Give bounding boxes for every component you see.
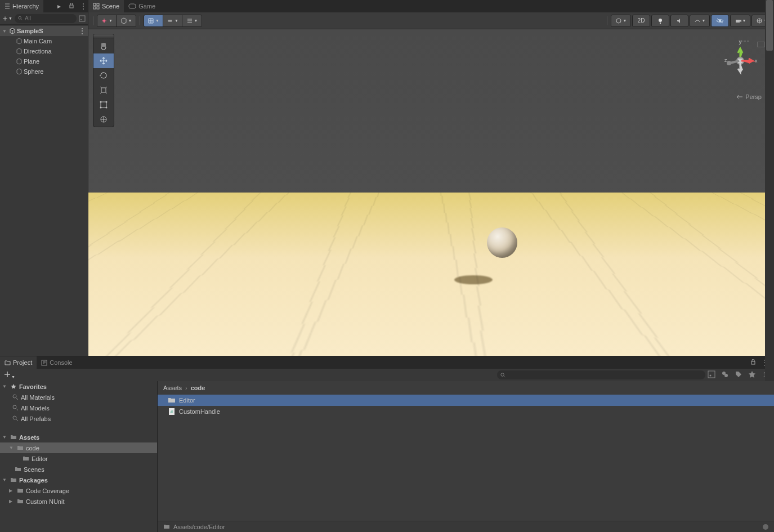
rect-tool-button[interactable]	[93, 97, 114, 112]
packages-folder[interactable]: ▼Packages	[0, 475, 157, 485]
rotate-tool-button[interactable]	[93, 68, 114, 83]
pivot-mode-button[interactable]: ▼	[97, 15, 117, 26]
2d-toggle-button[interactable]: 2D	[633, 15, 650, 26]
gameobject-icon	[16, 58, 23, 65]
project-tree: ▼Favorites All Materials All Models All …	[0, 381, 158, 532]
project-search-input[interactable]	[508, 372, 702, 378]
hierarchy-item[interactable]: Directiona	[0, 46, 88, 56]
svg-point-10	[616, 19, 621, 23]
visibility-toggle-button[interactable]	[712, 15, 728, 26]
svg-point-17	[100, 101, 102, 103]
snap-increment-button[interactable]: ▼	[163, 15, 182, 26]
transform-tool-button[interactable]	[93, 112, 114, 127]
lock-icon[interactable]	[750, 359, 758, 366]
filter-by-type-icon[interactable]	[721, 370, 730, 379]
scene-root[interactable]: ▼ SampleS ⋮	[0, 26, 88, 36]
hierarchy-search[interactable]	[15, 14, 77, 23]
hierarchy-item[interactable]: Sphere	[0, 66, 88, 77]
favorite-item[interactable]: All Prefabs	[0, 413, 157, 424]
grid-snap-button[interactable]: ▼	[144, 15, 163, 26]
breadcrumb-item[interactable]: Assets	[163, 385, 182, 391]
svg-rect-15	[101, 88, 106, 92]
svg-rect-7	[97, 7, 99, 9]
folder-icon	[17, 445, 24, 451]
lock-icon[interactable]	[69, 2, 77, 10]
svg-point-27	[501, 373, 504, 375]
hierarchy-tab[interactable]: Hierarchy	[0, 0, 43, 12]
svg-point-34	[13, 405, 16, 409]
svg-text:#: #	[171, 409, 173, 414]
project-tab[interactable]: Project	[0, 356, 37, 369]
camera-settings-button[interactable]: ▼	[731, 15, 750, 26]
popout-icon[interactable]: ▸	[57, 2, 65, 10]
kebab-icon[interactable]: ⋮	[80, 2, 88, 10]
game-tab-label: Game	[138, 3, 155, 10]
hierarchy-search-input[interactable]	[25, 15, 73, 21]
orientation-gizmo[interactable]: y x z	[718, 38, 763, 83]
project-tab-label: Project	[13, 359, 32, 366]
save-search-icon[interactable]	[748, 370, 757, 379]
svg-point-11	[659, 19, 662, 22]
create-asset-button[interactable]: ▼	[3, 370, 15, 380]
draw-mode-button[interactable]: ▼	[611, 15, 630, 26]
move-tool-button[interactable]	[93, 53, 114, 68]
svg-rect-8	[129, 4, 136, 8]
gameobject-icon	[16, 68, 23, 75]
scene-menu-icon[interactable]: ⋮	[79, 27, 86, 35]
project-icon	[5, 360, 11, 366]
breadcrumb: Assets › code	[158, 381, 774, 395]
audio-toggle-button[interactable]	[671, 15, 688, 26]
editor-folder[interactable]: Editor	[0, 453, 157, 464]
scale-tool-button[interactable]	[93, 83, 114, 97]
breadcrumb-current: code	[191, 385, 205, 391]
lighting-toggle-button[interactable]	[652, 15, 669, 26]
hierarchy-icon	[5, 3, 10, 9]
filter-by-label-icon[interactable]	[735, 370, 744, 379]
svg-rect-4	[93, 3, 96, 6]
favorite-item[interactable]: All Materials	[0, 392, 157, 403]
add-object-button[interactable]: ▼	[2, 14, 12, 23]
folder-icon	[17, 488, 24, 494]
fx-toggle-button[interactable]: ▼	[690, 15, 709, 26]
favorites-header[interactable]: ▼Favorites	[0, 381, 157, 392]
script-item[interactable]: # CustomHandle	[158, 406, 774, 417]
scene-panel: Scene Game ⋮ ▼ ▼ ▼ ▼ ▼ ▼ 2D ▼ ▼ ▼	[88, 0, 774, 356]
folder-icon	[10, 434, 17, 440]
assets-folder[interactable]: ▼Assets	[0, 432, 157, 442]
code-folder[interactable]: ▼code	[0, 442, 157, 453]
package-item[interactable]: ▶Code Coverage	[0, 485, 157, 496]
rotation-mode-button[interactable]: ▼	[117, 15, 136, 26]
palette-drag-handle[interactable]	[93, 34, 114, 39]
search-options-icon[interactable]	[79, 15, 86, 22]
star-icon	[10, 383, 17, 390]
folder-item[interactable]: Editor	[158, 395, 774, 406]
svg-rect-26	[751, 361, 755, 364]
favorite-item[interactable]: All Models	[0, 403, 157, 413]
hierarchy-item[interactable]: Plane	[0, 56, 88, 66]
hierarchy-item[interactable]: Main Cam	[0, 36, 88, 46]
folder-icon	[10, 477, 17, 483]
game-tab[interactable]: Game	[124, 0, 160, 12]
scenes-folder[interactable]: Scenes	[0, 464, 157, 475]
search-icon	[12, 394, 19, 400]
sphere-object[interactable]	[487, 227, 517, 258]
footer-path: Assets/code/Editor	[173, 524, 225, 530]
project-search[interactable]	[497, 370, 705, 379]
console-tab[interactable]: Console	[37, 356, 77, 369]
search-icon	[12, 415, 19, 422]
projection-toggle[interactable]: Persp	[736, 93, 762, 100]
snap-settings-button[interactable]: ▼	[182, 15, 202, 26]
gameobject-icon	[16, 48, 23, 55]
hand-tool-button[interactable]	[93, 39, 114, 53]
search-mode-icon[interactable]	[708, 370, 717, 379]
status-dot-icon	[763, 524, 768, 530]
gizmo-z-label: z	[724, 57, 727, 63]
package-item[interactable]: ▶Custom NUnit	[0, 496, 157, 507]
svg-point-3	[80, 19, 82, 20]
csharp-script-icon: #	[168, 408, 176, 415]
svg-point-24	[727, 61, 731, 65]
scene-tab[interactable]: Scene	[88, 0, 124, 12]
scene-viewport[interactable]: y x z Persp	[88, 29, 774, 356]
svg-point-18	[106, 101, 108, 103]
chevron-right-icon: ›	[185, 385, 187, 391]
